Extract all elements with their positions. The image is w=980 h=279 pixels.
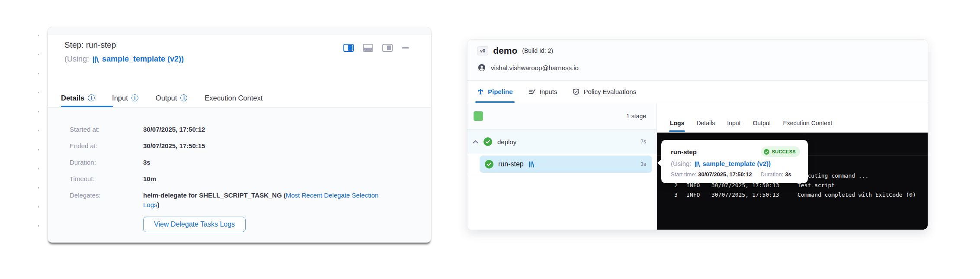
- float-panel-icon[interactable]: [382, 44, 393, 52]
- user-email: vishal.vishwaroop@harness.io: [491, 64, 579, 71]
- step-detail-tabs: Details Input Output Execution Context: [61, 89, 422, 107]
- execution-tabs: Pipeline Inputs Policy Evaluations: [468, 81, 928, 103]
- success-check-icon: [764, 149, 769, 155]
- detail-row-delegates: Delegates: helm-delegate for SHELL_SCRIP…: [70, 191, 431, 210]
- tooltip-step-name: run-step: [671, 148, 697, 156]
- inputs-icon: [528, 88, 536, 95]
- detail-row-duration: Duration: 3s: [70, 158, 431, 167]
- step-name: run-step: [498, 160, 524, 168]
- template-link[interactable]: sample_template (v2)): [703, 160, 771, 167]
- resize-handle[interactable]: [38, 35, 39, 234]
- user-icon: [478, 64, 486, 71]
- status-badge: SUCCESS: [761, 146, 800, 157]
- tab-logs[interactable]: Logs: [670, 120, 684, 127]
- tab-inputs[interactable]: Inputs: [528, 81, 557, 103]
- execution-content: 1 stage deploy 7s run-step: [468, 103, 928, 230]
- tab-execution-context[interactable]: Execution Context: [783, 120, 832, 127]
- template-icon: [93, 56, 99, 63]
- tab-output[interactable]: Output: [753, 120, 771, 127]
- info-icon[interactable]: [180, 94, 187, 101]
- stage-row-deploy[interactable]: deploy 7s: [468, 130, 657, 154]
- stage-status-square[interactable]: [474, 111, 483, 121]
- stage-name: deploy: [497, 138, 516, 146]
- version-badge: v0: [477, 46, 488, 55]
- view-delegate-tasks-logs-button[interactable]: View Delegate Tasks Logs: [143, 217, 246, 232]
- step-duration: 3s: [641, 161, 646, 167]
- using-prefix: (Using:: [64, 55, 89, 64]
- dock-bottom-icon[interactable]: [363, 44, 373, 52]
- pipeline-title: demo: [493, 45, 517, 56]
- tab-execution-context[interactable]: Execution Context: [205, 94, 263, 102]
- panel-window-controls: [343, 44, 409, 52]
- log-console[interactable]: 1 INFO 30/07/2025, 17:50:13 Executing co…: [657, 133, 928, 230]
- panel-top-strip: [48, 27, 431, 35]
- template-icon: [528, 161, 534, 168]
- minimize-icon[interactable]: [402, 47, 409, 49]
- split-view-icon[interactable]: [343, 44, 354, 52]
- log-line: 2 INFO 30/07/2025, 17:50:13 Test script: [657, 182, 928, 191]
- success-check-icon: [484, 137, 492, 146]
- pipeline-icon: [477, 88, 484, 95]
- stage-tree-panel: 1 stage deploy 7s run-step: [468, 103, 657, 230]
- step-details-panel: Step: run-step (Using: sample_template (…: [48, 27, 431, 243]
- step-using-line: (Using: sample_template (v2)): [64, 55, 184, 64]
- template-icon: [695, 161, 700, 167]
- tab-details[interactable]: Details: [61, 94, 95, 102]
- tab-details[interactable]: Details: [696, 120, 715, 127]
- build-id: (Build Id: 2): [522, 47, 553, 54]
- success-check-icon: [485, 160, 493, 169]
- step-row-wrap: run-step 3s: [468, 154, 657, 174]
- tab-policy-evaluations[interactable]: Policy Evaluations: [573, 81, 636, 103]
- logs-panel: Logs Details Input Output Execution Cont…: [657, 103, 928, 230]
- tab-input[interactable]: Input: [112, 94, 138, 102]
- tab-pipeline[interactable]: Pipeline: [477, 81, 513, 103]
- shield-check-icon: [573, 88, 580, 95]
- detail-row-started: Started at: 30/07/2025, 17:50:12: [70, 125, 431, 134]
- template-link[interactable]: sample_template (v2)): [102, 55, 184, 64]
- step-details-content: Started at: 30/07/2025, 17:50:12 Ended a…: [48, 107, 431, 242]
- step-row-run-step[interactable]: run-step 3s: [480, 156, 652, 173]
- step-status-tooltip: run-step SUCCESS (Using: s: [661, 140, 808, 183]
- stage-tree-header: 1 stage: [468, 103, 657, 130]
- delegate-text: helm-delegate for SHELL_SCRIPT_TASK_NG (: [143, 191, 286, 199]
- step-panel-title: Step: run-step: [64, 40, 116, 50]
- info-icon[interactable]: [131, 94, 138, 101]
- info-icon[interactable]: [88, 94, 95, 101]
- stage-duration: 7s: [641, 139, 646, 145]
- status-text: SUCCESS: [772, 149, 796, 154]
- log-line: 3 INFO 30/07/2025, 17:50:13 Command comp…: [657, 191, 928, 201]
- log-tabs: Logs Details Input Output Execution Cont…: [657, 103, 928, 133]
- chevron-up-icon[interactable]: [473, 140, 478, 144]
- detail-row-timeout: Timeout: 10m: [70, 174, 431, 184]
- detail-row-ended: Ended at: 30/07/2025, 17:50:15: [70, 141, 431, 151]
- tab-output[interactable]: Output: [156, 94, 188, 102]
- tooltip-using-line: (Using: sample_template (v2)): [671, 160, 800, 167]
- tooltip-meta: Start time: 30/07/2025, 17:50:12 Duratio…: [671, 171, 800, 178]
- execution-panel: v0 demo (Build Id: 2) vishal.vishwaroop@…: [467, 39, 928, 230]
- execution-header: v0 demo (Build Id: 2) vishal.vishwaroop@…: [468, 40, 928, 81]
- stage-count: 1 stage: [626, 113, 646, 120]
- tab-input[interactable]: Input: [727, 120, 740, 127]
